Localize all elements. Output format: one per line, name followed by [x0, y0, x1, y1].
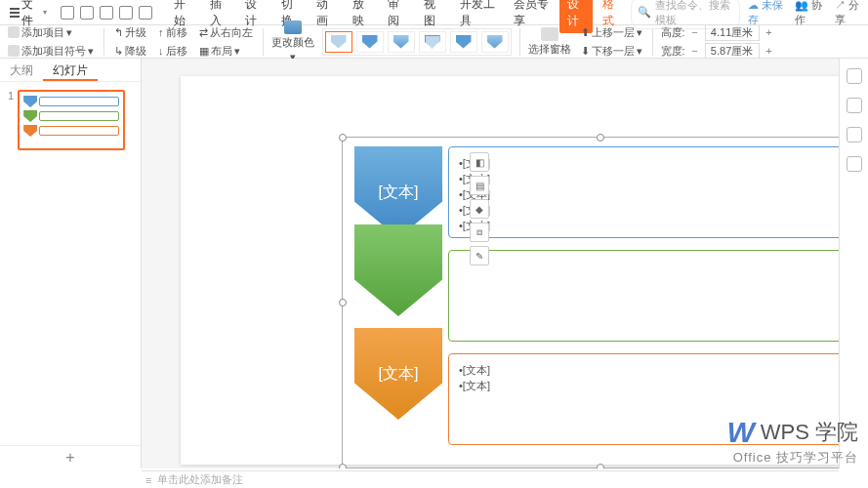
- width-field[interactable]: 5.87厘米: [705, 43, 760, 60]
- color-swatch-icon: [284, 20, 302, 34]
- rail-properties-icon[interactable]: [847, 68, 862, 84]
- notes-placeholder[interactable]: 单击此处添加备注: [157, 472, 243, 487]
- smartart-chevron-3[interactable]: [文本]: [354, 328, 442, 420]
- pane-tab-slides[interactable]: 幻灯片: [43, 59, 98, 81]
- smartart-content-1[interactable]: •[文本] •[文本] •[文本] •[文本] •[文本]: [448, 146, 839, 238]
- qat-save-icon[interactable]: [61, 6, 74, 20]
- style-gallery: [322, 28, 512, 56]
- slide-canvas[interactable]: [文本] •[文本] •[文本] •[文本] •[文本] •[文本] [文本] …: [142, 59, 839, 468]
- rail-tools-icon[interactable]: [847, 156, 862, 172]
- width-label: 宽度:: [661, 44, 685, 59]
- float-add-shape-icon[interactable]: ◧: [470, 152, 489, 172]
- thumb-number: 1: [8, 90, 14, 150]
- style-item-4[interactable]: [419, 31, 446, 53]
- add-bullet-button[interactable]: 添加项目符号 ▾: [6, 43, 96, 60]
- float-style-icon[interactable]: ◆: [470, 199, 489, 219]
- resize-handle-tl[interactable]: [339, 134, 347, 142]
- pane-tab-outline[interactable]: 大纲: [0, 59, 43, 81]
- height-field[interactable]: 4.11厘米: [705, 24, 760, 41]
- promote-button[interactable]: ↰ 升级: [112, 24, 148, 41]
- height-dec[interactable]: −: [689, 26, 701, 38]
- resize-handle-bm[interactable]: [597, 464, 604, 468]
- slide-thumbnail-1[interactable]: [18, 90, 125, 150]
- move-next-button[interactable]: ↓ 后移: [156, 43, 189, 60]
- bring-forward-button[interactable]: ⬆ 上移一层 ▾: [579, 24, 644, 41]
- qat-undo-icon[interactable]: [119, 6, 133, 20]
- collab-button[interactable]: 👥 协作: [795, 0, 827, 27]
- search-placeholder: 查找命令、搜索模板: [655, 0, 733, 27]
- rail-template-icon[interactable]: [847, 127, 862, 142]
- smartart-chevron-1[interactable]: [文本]: [354, 146, 442, 238]
- style-item-5[interactable]: [450, 31, 477, 53]
- rail-animation-icon[interactable]: [847, 98, 862, 113]
- width-dec[interactable]: −: [689, 45, 701, 57]
- qat-print-icon[interactable]: [80, 6, 94, 20]
- unsaved-indicator[interactable]: ☁ 未保存: [748, 0, 787, 27]
- dropdown-icon: ▾: [43, 8, 47, 17]
- style-item-2[interactable]: [356, 31, 384, 53]
- qat-redo-icon[interactable]: [139, 6, 152, 20]
- rtl-button[interactable]: ⇄ 从右向左: [197, 24, 255, 41]
- hamburger-icon: [10, 8, 20, 18]
- select-pane-button[interactable]: 选择窗格: [528, 27, 571, 57]
- resize-handle-ml[interactable]: [339, 299, 347, 306]
- height-inc[interactable]: +: [764, 26, 775, 38]
- layout-button[interactable]: ▦ 布局 ▾: [197, 43, 255, 60]
- select-pane-icon: [541, 27, 558, 41]
- style-item-6[interactable]: [481, 31, 509, 53]
- smartart-graphic[interactable]: [文本] •[文本] •[文本] •[文本] •[文本] •[文本] [文本] …: [354, 146, 839, 457]
- search-icon: 🔍: [638, 6, 651, 19]
- add-slide-button[interactable]: +: [0, 445, 141, 468]
- floating-toolbar: ◧ ▤ ◆ ⧈ ✎: [470, 152, 489, 265]
- move-prev-button[interactable]: ↑ 前移: [156, 24, 189, 41]
- send-backward-button[interactable]: ⬇ 下移一层 ▾: [579, 43, 644, 60]
- smartart-content-2[interactable]: [448, 250, 839, 342]
- share-button[interactable]: ↗ 分享: [835, 0, 864, 27]
- float-layout-icon[interactable]: ▤: [470, 176, 489, 195]
- float-options-icon[interactable]: ⧈: [470, 223, 489, 242]
- smartart-content-3[interactable]: •[文本] •[文本]: [448, 353, 839, 445]
- height-label: 高度:: [661, 25, 685, 40]
- width-inc[interactable]: +: [764, 45, 775, 57]
- style-item-1[interactable]: [325, 31, 352, 53]
- resize-handle-tm[interactable]: [597, 134, 604, 142]
- smartart-chevron-2[interactable]: [354, 224, 442, 316]
- float-edit-icon[interactable]: ✎: [470, 246, 489, 265]
- demote-button[interactable]: ↳ 降级: [112, 43, 148, 60]
- qat-preview-icon[interactable]: [100, 6, 113, 20]
- change-color-button[interactable]: 更改颜色▾: [271, 20, 314, 63]
- add-item-button[interactable]: 添加项目 ▾: [6, 24, 96, 41]
- resize-handle-bl[interactable]: [339, 464, 347, 468]
- style-item-3[interactable]: [388, 31, 415, 53]
- notes-toggle-icon[interactable]: ≡: [145, 474, 151, 486]
